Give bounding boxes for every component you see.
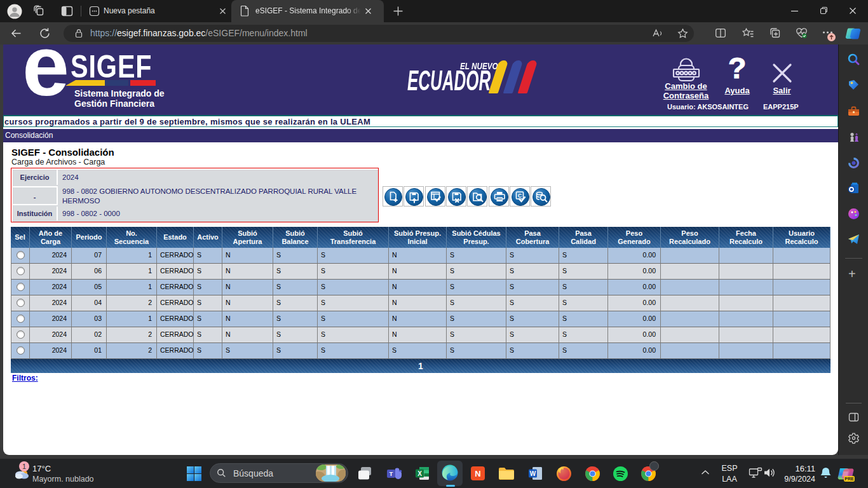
svg-text:C: C	[518, 193, 522, 199]
svg-text:T: T	[390, 470, 393, 477]
svg-text:X: X	[417, 470, 422, 477]
svg-text:W: W	[530, 470, 536, 477]
svg-text:N: N	[475, 469, 480, 478]
